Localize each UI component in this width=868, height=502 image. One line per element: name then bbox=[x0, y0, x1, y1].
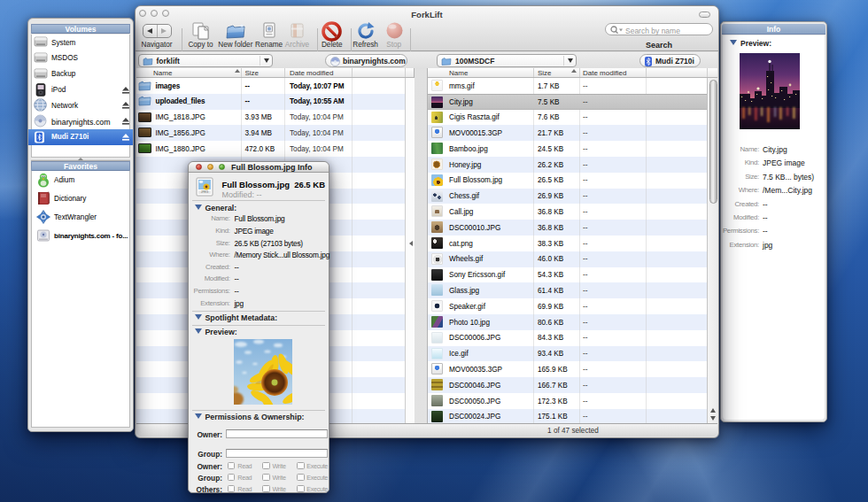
svg-text:JPEG: JPEG bbox=[201, 190, 209, 194]
